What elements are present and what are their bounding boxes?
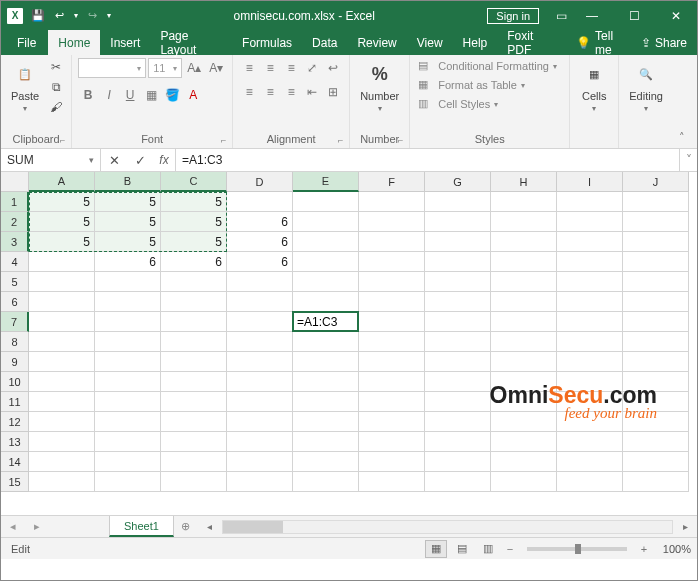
redo-icon[interactable]: ↪ [84, 7, 101, 24]
cell-H2[interactable] [491, 212, 557, 232]
cell-H5[interactable] [491, 272, 557, 292]
cell-I6[interactable] [557, 292, 623, 312]
cell-G2[interactable] [425, 212, 491, 232]
column-header-D[interactable]: D [227, 172, 293, 192]
cell-H1[interactable] [491, 192, 557, 212]
cell-A5[interactable] [29, 272, 95, 292]
cell-I2[interactable] [557, 212, 623, 232]
cell-I15[interactable] [557, 472, 623, 492]
cell-D4[interactable]: 6 [227, 252, 293, 272]
view-tab[interactable]: View [407, 30, 453, 55]
scroll-left-icon[interactable]: ◂ [202, 519, 218, 535]
cell-B7[interactable] [95, 312, 161, 332]
help-tab[interactable]: Help [453, 30, 498, 55]
column-header-C[interactable]: C [161, 172, 227, 192]
cell-E4[interactable] [293, 252, 359, 272]
formulas-tab[interactable]: Formulas [232, 30, 302, 55]
cell-F3[interactable] [359, 232, 425, 252]
cell-B12[interactable] [95, 412, 161, 432]
number-format-button[interactable]: % Number ▾ [356, 58, 403, 115]
minimize-button[interactable]: — [571, 1, 613, 30]
cell-G15[interactable] [425, 472, 491, 492]
cell-F11[interactable] [359, 392, 425, 412]
row-header-3[interactable]: 3 [1, 232, 29, 252]
cell-C7[interactable] [161, 312, 227, 332]
cell-E11[interactable] [293, 392, 359, 412]
zoom-knob[interactable] [575, 544, 581, 554]
cell-A10[interactable] [29, 372, 95, 392]
cell-G12[interactable] [425, 412, 491, 432]
cell-D11[interactable] [227, 392, 293, 412]
cell-D1[interactable] [227, 192, 293, 212]
cell-J4[interactable] [623, 252, 689, 272]
cell-I5[interactable] [557, 272, 623, 292]
cells-button[interactable]: ▦ Cells ▾ [576, 58, 612, 115]
cell-A3[interactable]: 5 [29, 232, 95, 252]
row-header-11[interactable]: 11 [1, 392, 29, 412]
cell-C10[interactable] [161, 372, 227, 392]
cell-G6[interactable] [425, 292, 491, 312]
cell-H15[interactable] [491, 472, 557, 492]
cell-D2[interactable]: 6 [227, 212, 293, 232]
cell-B1[interactable]: 5 [95, 192, 161, 212]
column-header-H[interactable]: H [491, 172, 557, 192]
column-header-I[interactable]: I [557, 172, 623, 192]
align-middle-icon[interactable]: ≡ [260, 58, 280, 78]
cell-F2[interactable] [359, 212, 425, 232]
cell-styles-button[interactable]: ▥Cell Styles▾ [416, 96, 500, 112]
row-header-4[interactable]: 4 [1, 252, 29, 272]
cell-A13[interactable] [29, 432, 95, 452]
cell-H3[interactable] [491, 232, 557, 252]
cell-I8[interactable] [557, 332, 623, 352]
format-as-table-button[interactable]: ▦Format as Table▾ [416, 77, 527, 93]
cell-C4[interactable]: 6 [161, 252, 227, 272]
sheet-nav-prev-icon[interactable]: ◂ [1, 516, 25, 537]
cell-C12[interactable] [161, 412, 227, 432]
cell-D12[interactable] [227, 412, 293, 432]
cell-C1[interactable]: 5 [161, 192, 227, 212]
cell-G9[interactable] [425, 352, 491, 372]
cell-G13[interactable] [425, 432, 491, 452]
cell-J14[interactable] [623, 452, 689, 472]
page-break-view-icon[interactable]: ▥ [477, 540, 499, 558]
foxit-tab[interactable]: Foxit PDF [497, 30, 566, 55]
cell-E2[interactable] [293, 212, 359, 232]
cell-C6[interactable] [161, 292, 227, 312]
cell-J5[interactable] [623, 272, 689, 292]
cell-I7[interactable] [557, 312, 623, 332]
cell-D13[interactable] [227, 432, 293, 452]
cell-A12[interactable] [29, 412, 95, 432]
decrease-font-icon[interactable]: A▾ [206, 58, 226, 78]
row-header-8[interactable]: 8 [1, 332, 29, 352]
cell-C3[interactable]: 5 [161, 232, 227, 252]
format-painter-icon[interactable]: 🖌 [47, 98, 65, 116]
zoom-slider[interactable] [527, 547, 627, 551]
column-header-J[interactable]: J [623, 172, 689, 192]
cut-icon[interactable]: ✂ [47, 58, 65, 76]
cell-G1[interactable] [425, 192, 491, 212]
cell-B11[interactable] [95, 392, 161, 412]
cell-B9[interactable] [95, 352, 161, 372]
cell-E12[interactable] [293, 412, 359, 432]
paste-button[interactable]: 📋 Paste ▾ [7, 58, 43, 115]
italic-button[interactable]: I [99, 85, 119, 105]
dialog-launcher-icon[interactable]: ⌐ [60, 135, 65, 145]
fill-color-button[interactable]: 🪣 [162, 85, 182, 105]
cell-B15[interactable] [95, 472, 161, 492]
cell-B3[interactable]: 5 [95, 232, 161, 252]
cell-F8[interactable] [359, 332, 425, 352]
cell-D3[interactable]: 6 [227, 232, 293, 252]
cell-J7[interactable] [623, 312, 689, 332]
border-button[interactable]: ▦ [141, 85, 161, 105]
cell-F14[interactable] [359, 452, 425, 472]
cell-G4[interactable] [425, 252, 491, 272]
cell-E9[interactable] [293, 352, 359, 372]
cell-E13[interactable] [293, 432, 359, 452]
cell-F1[interactable] [359, 192, 425, 212]
row-header-14[interactable]: 14 [1, 452, 29, 472]
cell-D15[interactable] [227, 472, 293, 492]
cell-A2[interactable]: 5 [29, 212, 95, 232]
font-color-button[interactable]: A [183, 85, 203, 105]
horizontal-scrollbar[interactable]: ◂ ▸ [198, 516, 697, 537]
cell-G5[interactable] [425, 272, 491, 292]
